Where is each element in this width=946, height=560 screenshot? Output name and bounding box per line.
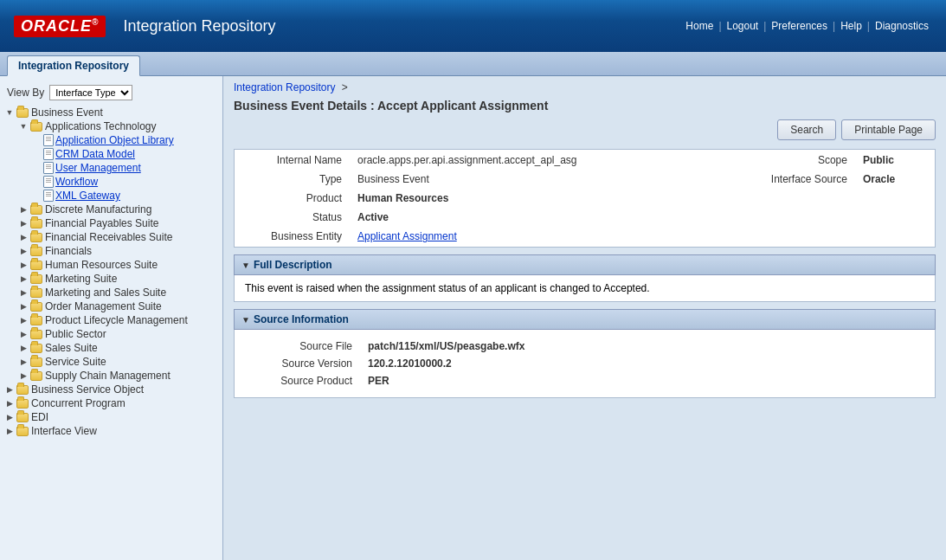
tree-item-service-suite[interactable]: ▶ Service Suite <box>0 355 222 369</box>
nav-help[interactable]: Help <box>837 18 866 34</box>
business-entity-link[interactable]: Applicant Assignment <box>357 230 457 242</box>
status-label: Status <box>236 209 349 226</box>
tree-label[interactable]: XML Gateway <box>55 190 120 202</box>
tree-label: Service Suite <box>45 356 106 368</box>
tree-item-discrete-manufacturing[interactable]: ▶ Discrete Manufacturing <box>0 203 222 216</box>
breadcrumb-link[interactable]: Integration Repository <box>234 81 335 93</box>
source-information-title: Source Information <box>254 313 349 325</box>
product-value: Human Resources <box>351 190 740 207</box>
full-description-header[interactable]: ▼ Full Description <box>234 254 936 275</box>
folder-icon <box>29 121 43 132</box>
logo-area: ORACLE® Integration Repository <box>14 16 275 37</box>
tree-item-interface-view[interactable]: ▶ Interface View <box>0 424 222 438</box>
expander-icon[interactable]: ▶ <box>17 245 29 257</box>
expander-icon[interactable]: ▶ <box>17 356 29 368</box>
tree-item-user-management[interactable]: User Management <box>0 161 222 175</box>
tree-item-supply-chain[interactable]: ▶ Supply Chain Management <box>0 369 222 383</box>
nav-logout[interactable]: Logout <box>724 18 763 34</box>
tree-label[interactable]: Workflow <box>55 176 98 188</box>
expander-icon[interactable]: ▼ <box>3 106 16 119</box>
viewby-select[interactable]: Interface Type <box>49 85 132 100</box>
business-entity-value[interactable]: Applicant Assignment <box>351 228 740 245</box>
folder-icon <box>16 412 29 422</box>
expander-icon[interactable]: ▶ <box>17 259 29 271</box>
tree-item-human-resources-suite[interactable]: ▶ Human Resources Suite <box>0 258 222 272</box>
tree-item-business-event[interactable]: ▼ Business Event <box>0 106 222 119</box>
tree-item-edi[interactable]: ▶ EDI <box>0 410 222 424</box>
tree-label[interactable]: Application Object Library <box>55 134 174 146</box>
top-nav: Home | Logout | Preferences | Help | Dia… <box>682 18 932 34</box>
interface-source-value: Oracle <box>856 171 933 188</box>
full-description-title: Full Description <box>254 259 332 271</box>
expander-icon[interactable]: ▶ <box>17 370 29 382</box>
tree-item-workflow[interactable]: Workflow <box>0 175 222 189</box>
tree-item-crm-data-model[interactable]: CRM Data Model <box>0 147 222 161</box>
tree-label: Financial Receivables Suite <box>45 231 172 243</box>
tree-item-marketing-suite[interactable]: ▶ Marketing Suite <box>0 272 222 286</box>
tree-label: Product Lifecycle Management <box>45 314 188 326</box>
expander-icon[interactable]: ▶ <box>17 342 29 354</box>
expander-icon[interactable]: ▶ <box>17 203 29 216</box>
product-label: Product <box>236 190 349 207</box>
expander-icon[interactable]: ▶ <box>17 286 29 299</box>
tree-item-business-service-object[interactable]: ▶ Business Service Object <box>0 383 222 396</box>
tree-label: Public Sector <box>45 328 106 340</box>
type-value: Business Event <box>351 171 740 188</box>
spacer <box>31 134 43 146</box>
tree-label[interactable]: CRM Data Model <box>55 148 135 160</box>
expander-icon[interactable]: ▼ <box>17 120 29 132</box>
tree-item-financial-payables[interactable]: ▶ Financial Payables Suite <box>0 216 222 230</box>
tree-item-public-sector[interactable]: ▶ Public Sector <box>0 327 222 341</box>
doc-icon <box>43 176 54 188</box>
content-inner: Business Event Details : Accept Applican… <box>223 99 946 415</box>
source-file-value: patch/115/xml/US/peasgabe.wfx <box>361 338 923 354</box>
expander-icon[interactable]: ▶ <box>3 383 16 396</box>
tree-label: Interface View <box>31 425 97 437</box>
expander-icon[interactable]: ▶ <box>3 411 16 423</box>
internal-name-value: oracle.apps.per.api.assignment.accept_ap… <box>351 151 740 169</box>
tree-item-xml-gateway[interactable]: XML Gateway <box>0 189 222 203</box>
detail-row-product: Product Human Resources <box>236 190 933 207</box>
tree-item-sales-suite[interactable]: ▶ Sales Suite <box>0 341 222 355</box>
viewby-row: View By Interface Type <box>0 81 222 106</box>
tree-item-product-lifecycle[interactable]: ▶ Product Lifecycle Management <box>0 313 222 327</box>
search-button[interactable]: Search <box>777 119 836 140</box>
nav-diagnostics[interactable]: Diagnostics <box>872 18 932 34</box>
tree-item-financials[interactable]: ▶ Financials <box>0 244 222 258</box>
tree-item-app-object-library[interactable]: Application Object Library <box>0 133 222 147</box>
tree-label: Concurrent Program <box>31 397 125 409</box>
printable-page-button[interactable]: Printable Page <box>841 119 936 140</box>
app-title: Integration Repository <box>123 17 275 35</box>
source-product-label: Source Product <box>247 373 359 389</box>
folder-icon <box>16 426 29 436</box>
expander-icon[interactable]: ▶ <box>17 328 29 340</box>
tree-label: Applications Technology <box>45 120 157 132</box>
folder-icon <box>29 246 43 256</box>
tree-item-concurrent-program[interactable]: ▶ Concurrent Program <box>0 396 222 410</box>
tree-label: Human Resources Suite <box>45 259 158 271</box>
expander-icon[interactable]: ▶ <box>17 273 29 285</box>
tree-label[interactable]: User Management <box>55 162 141 174</box>
tree-item-financial-receivables[interactable]: ▶ Financial Receivables Suite <box>0 230 222 244</box>
expander-icon[interactable]: ▶ <box>17 217 29 229</box>
breadcrumb: Integration Repository > <box>223 76 946 99</box>
source-version-row: Source Version 120.2.12010000.2 <box>247 356 923 371</box>
expander-icon[interactable]: ▶ <box>17 231 29 243</box>
expander-icon[interactable]: ▶ <box>17 314 29 326</box>
expander-icon[interactable]: ▶ <box>3 397 16 409</box>
source-product-value: PER <box>361 373 923 389</box>
tree-item-order-management[interactable]: ▶ Order Management Suite <box>0 299 222 313</box>
spacer <box>31 176 43 188</box>
expander-icon[interactable]: ▶ <box>3 425 16 437</box>
business-entity-label: Business Entity <box>236 228 349 245</box>
doc-icon <box>43 134 54 146</box>
tab-integration-repository[interactable]: Integration Repository <box>7 55 140 76</box>
tree-item-applications-technology[interactable]: ▼ Applications Technology <box>0 119 222 133</box>
spacer <box>31 190 43 202</box>
expander-icon[interactable]: ▶ <box>17 300 29 312</box>
tree-item-marketing-sales-suite[interactable]: ▶ Marketing and Sales Suite <box>0 286 222 299</box>
nav-home[interactable]: Home <box>682 18 717 34</box>
source-information-header[interactable]: ▼ Source Information <box>234 309 936 330</box>
folder-icon <box>29 301 43 312</box>
nav-preferences[interactable]: Preferences <box>768 18 831 34</box>
